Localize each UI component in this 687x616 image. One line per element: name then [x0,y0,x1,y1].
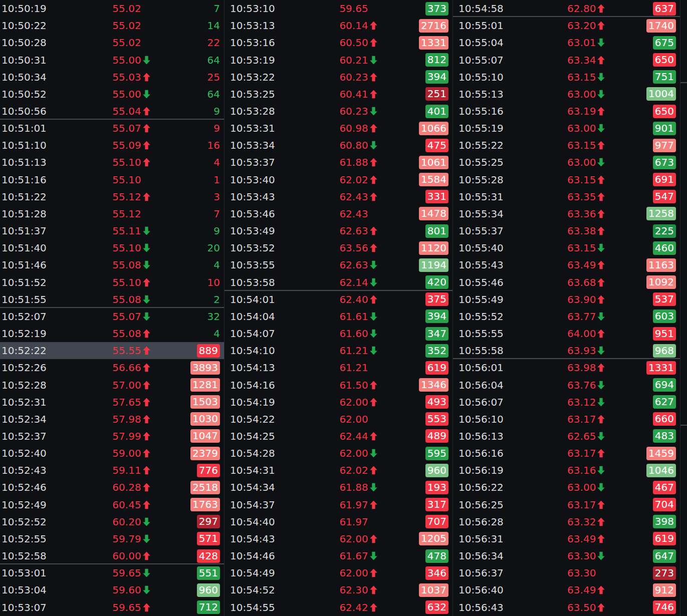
trade-row[interactable]: 10:52:07 55.07 32 [0,308,224,325]
trade-row[interactable]: 10:50:52 55.00 64 [0,86,224,103]
trade-row[interactable]: 10:55:49 63.90 537 [453,291,680,308]
trade-row[interactable]: 10:56:16 63.17 1459 [453,445,680,462]
trade-row[interactable]: 10:55:04 63.01 675 [453,34,680,51]
trade-row[interactable]: 10:54:22 62.00 553 [224,411,452,428]
trade-row[interactable]: 10:53:25 60.41 251 [224,86,452,103]
trade-row[interactable]: 10:50:28 55.02 22 [0,34,224,51]
trade-row[interactable]: 10:50:31 55.00 64 [0,51,224,68]
trade-row[interactable]: 10:56:07 63.12 627 [453,394,680,411]
trade-row[interactable]: 10:56:28 63.32 398 [453,513,680,530]
trade-row[interactable]: 10:54:31 62.02 960 [224,462,452,479]
trade-row[interactable]: 10:53:01 59.65 551 [0,564,224,581]
trade-row[interactable]: 10:52:26 56.66 3893 [0,359,224,376]
trade-row[interactable]: 10:55:16 63.19 650 [453,103,680,120]
trade-row[interactable]: 10:53:34 60.80 475 [224,137,452,154]
trade-row[interactable]: 10:53:43 62.43 331 [224,188,452,205]
trade-row[interactable]: 10:54:04 61.61 394 [224,308,452,325]
trade-row[interactable]: 10:54:37 61.97 317 [224,496,452,513]
trade-row[interactable]: 10:54:49 62.00 346 [224,564,452,581]
trade-row[interactable]: 10:56:43 63.50 746 [453,598,680,615]
trade-row[interactable]: 10:53:58 62.14 420 [224,274,452,291]
trade-row[interactable]: 10:52:55 59.79 571 [0,530,224,547]
trade-row[interactable]: 10:54:10 61.21 352 [224,342,452,359]
trade-row[interactable]: 10:52:49 60.45 1763 [0,496,224,513]
trade-row[interactable]: 10:53:52 63.56 1120 [224,239,452,256]
trade-row[interactable]: 10:55:55 64.00 951 [453,325,680,342]
trade-row[interactable]: 10:53:22 60.23 394 [224,69,452,86]
trade-row[interactable]: 10:53:49 62.63 801 [224,222,452,239]
trade-row[interactable]: 10:51:52 55.10 10 [0,274,224,291]
trade-row[interactable]: 10:54:34 61.88 193 [224,479,452,496]
trade-row[interactable]: 10:52:43 59.11 776 [0,462,224,479]
trade-row[interactable]: 10:54:40 61.97 707 [224,513,452,530]
trade-row[interactable]: 10:56:13 62.65 483 [453,428,680,445]
trade-row[interactable]: 10:52:19 55.08 4 [0,325,224,342]
trade-row[interactable]: 10:51:13 55.10 4 [0,154,224,171]
trade-row[interactable]: 10:54:55 62.42 632 [224,598,452,615]
trade-row[interactable]: 10:54:25 62.44 489 [224,428,452,445]
trade-row[interactable]: 10:56:31 63.49 619 [453,530,680,547]
trade-row[interactable]: 10:55:34 63.36 1258 [453,205,680,222]
trade-row[interactable]: 10:54:52 62.30 1037 [224,581,452,598]
trade-row[interactable]: 10:54:13 61.21 619 [224,359,452,376]
trade-row[interactable]: 10:53:28 60.23 401 [224,103,452,120]
trade-row[interactable]: 10:54:01 62.40 375 [224,291,452,308]
trade-row[interactable]: 10:55:19 63.00 901 [453,120,680,137]
trade-row[interactable]: 10:51:37 55.11 9 [0,222,224,239]
trade-row[interactable]: 10:56:10 63.17 660 [453,411,680,428]
trade-row[interactable]: 10:55:22 63.15 977 [453,137,680,154]
trade-row[interactable]: 10:55:31 63.35 547 [453,188,680,205]
trade-row[interactable]: 10:51:46 55.08 4 [0,256,224,273]
trade-row[interactable]: 10:50:56 55.04 9 [0,103,224,120]
trade-row[interactable]: 10:51:10 55.09 16 [0,137,224,154]
trade-row[interactable]: 10:53:19 60.21 812 [224,51,452,68]
trade-row[interactable]: 10:53:46 62.43 1478 [224,205,452,222]
trade-row[interactable]: 10:53:40 62.02 1584 [224,171,452,188]
trade-row[interactable]: 10:51:22 55.12 3 [0,188,224,205]
trade-row[interactable]: 10:53:31 60.98 1066 [224,120,452,137]
trade-row[interactable]: 10:51:01 55.07 9 [0,120,224,137]
trade-row[interactable]: 10:52:52 60.20 297 [0,513,224,530]
trade-row[interactable]: 10:55:40 63.15 460 [453,239,680,256]
trade-row[interactable]: 10:51:28 55.12 7 [0,205,224,222]
trade-row[interactable]: 10:54:58 62.80 637 [453,0,680,17]
trade-row[interactable]: 10:55:01 63.20 1740 [453,17,680,34]
trade-row[interactable]: 10:52:28 57.00 1281 [0,376,224,393]
trade-row[interactable]: 10:53:04 59.60 960 [0,581,224,598]
trade-row[interactable]: 10:55:37 63.38 225 [453,222,680,239]
trade-row[interactable]: 10:51:40 55.10 20 [0,239,224,256]
trade-row[interactable]: 10:55:46 63.68 1092 [453,274,680,291]
trade-row[interactable]: 10:55:13 63.00 1004 [453,86,680,103]
trade-row[interactable]: 10:56:01 63.98 1331 [453,359,680,376]
trade-row[interactable]: 10:56:22 63.00 467 [453,479,680,496]
trade-row[interactable]: 10:56:37 63.30 273 [453,564,680,581]
trade-row[interactable]: 10:55:52 63.77 603 [453,308,680,325]
trade-row[interactable]: 10:55:07 63.34 650 [453,51,680,68]
trade-row[interactable]: 10:54:19 62.00 493 [224,394,452,411]
trade-row[interactable]: 10:56:19 63.16 1046 [453,462,680,479]
trade-row[interactable]: 10:55:43 63.49 1163 [453,256,680,273]
trade-row[interactable]: 10:54:16 61.50 1346 [224,376,452,393]
trade-row[interactable]: 10:51:16 55.10 1 [0,171,224,188]
trade-row[interactable]: 10:54:07 61.60 347 [224,325,452,342]
trade-row[interactable]: 10:56:04 63.76 694 [453,376,680,393]
trade-row[interactable]: 10:55:28 63.15 691 [453,171,680,188]
trade-row[interactable]: 10:50:34 55.03 25 [0,69,224,86]
trade-row[interactable]: 10:52:31 57.65 1503 [0,394,224,411]
trade-row[interactable]: 10:52:58 60.00 428 [0,547,224,564]
trade-row[interactable]: 10:56:34 63.30 647 [453,547,680,564]
trade-row[interactable]: 10:56:25 63.17 704 [453,496,680,513]
trade-row[interactable]: 10:50:22 55.02 14 [0,17,224,34]
trade-row[interactable]: 10:51:55 55.08 2 [0,291,224,308]
trade-row[interactable]: 10:56:40 63.49 912 [453,581,680,598]
trade-row[interactable]: 10:53:37 61.88 1061 [224,154,452,171]
trade-row[interactable]: 10:53:13 60.14 2716 [224,17,452,34]
trade-row[interactable]: 10:54:28 62.00 595 [224,445,452,462]
trade-row[interactable]: 10:52:46 60.28 2518 [0,479,224,496]
trade-row[interactable]: 10:53:07 59.65 712 [0,598,224,615]
trade-row[interactable]: 10:52:34 57.98 1030 [0,411,224,428]
trade-row[interactable]: 10:54:43 62.00 1205 [224,530,452,547]
trade-row[interactable]: 10:52:22 55.55 889 [0,342,224,359]
trade-row[interactable]: 10:53:55 62.63 1194 [224,256,452,273]
trade-row[interactable]: 10:52:40 59.00 2379 [0,445,224,462]
